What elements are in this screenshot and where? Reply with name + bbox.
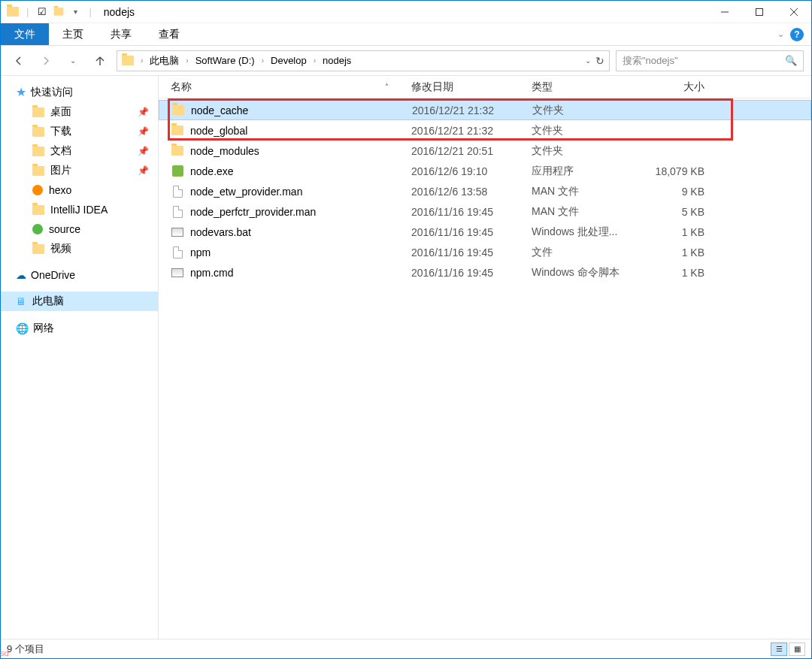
- file-name: npm: [190, 246, 411, 258]
- chevron-right-icon: ›: [311, 56, 318, 65]
- sidebar-item-label: hexo: [49, 184, 71, 196]
- breadcrumb-1[interactable]: SoftWare (D:): [195, 55, 255, 66]
- chevron-right-icon: ›: [138, 56, 145, 65]
- column-name-label: 名称: [171, 80, 192, 94]
- file-name: node_cache: [191, 104, 412, 116]
- file-icon: [173, 206, 183, 218]
- sidebar-item[interactable]: 下载📌: [1, 122, 158, 141]
- column-size[interactable]: 大小: [644, 80, 720, 94]
- close-button[interactable]: [777, 1, 811, 23]
- sidebar-network[interactable]: 🌐 网络: [1, 319, 158, 338]
- column-headers: 名称 ˄ 修改日期 类型 大小: [159, 76, 811, 98]
- sidebar-thispc[interactable]: 🖥 此电脑: [1, 292, 158, 311]
- sidebar-item[interactable]: hexo: [1, 180, 158, 200]
- ribbon-tab-home[interactable]: 主页: [49, 23, 97, 45]
- titlebar-sep: |: [23, 6, 32, 17]
- breadcrumb-0[interactable]: 此电脑: [150, 54, 179, 68]
- file-size: 1 KB: [644, 246, 720, 258]
- search-icon[interactable]: 🔍: [785, 55, 797, 66]
- sidebar-item[interactable]: 桌面📌: [1, 102, 158, 122]
- ribbon-tab-share[interactable]: 共享: [97, 23, 145, 45]
- sidebar-item-label: 文档: [50, 144, 71, 158]
- exe-icon: [172, 165, 183, 177]
- window-controls: [707, 1, 811, 23]
- hexo-icon: [32, 185, 43, 195]
- maximize-icon: [756, 8, 763, 16]
- file-date: 2016/12/21 20:51: [411, 145, 532, 157]
- sidebar-item-label: IntelliJ IDEA: [50, 204, 108, 216]
- file-name: node.exe: [190, 165, 411, 177]
- recent-dropdown[interactable]: ⌄: [62, 50, 83, 71]
- file-row[interactable]: node_etw_provider.man2016/12/6 13:58MAN …: [159, 181, 811, 201]
- file-date: 2016/12/21 21:32: [412, 104, 532, 116]
- checkbox-icon[interactable]: ☑: [36, 6, 48, 18]
- sidebar-onedrive[interactable]: ☁ OneDrive: [1, 266, 158, 284]
- file-type: MAN 文件: [532, 205, 644, 219]
- column-date[interactable]: 修改日期: [411, 80, 532, 94]
- file-row[interactable]: node_modules2016/12/21 20:51文件夹: [159, 141, 811, 161]
- sidebar-quick-access[interactable]: ★ 快速访问: [1, 82, 158, 102]
- folder-icon: [7, 6, 19, 18]
- file-icon: [173, 246, 183, 258]
- help-icon[interactable]: ?: [790, 28, 804, 41]
- chevron-right-icon: ›: [183, 56, 190, 65]
- arrow-left-icon: [13, 55, 25, 67]
- file-size: 9 KB: [644, 186, 720, 198]
- file-date: 2016/11/16 19:45: [411, 226, 532, 238]
- refresh-icon[interactable]: ↻: [595, 55, 604, 67]
- sidebar-item[interactable]: 图片📌: [1, 161, 158, 180]
- file-type: 文件夹: [532, 144, 644, 158]
- ribbon-tab-view[interactable]: 查看: [145, 23, 193, 45]
- address-row: ⌄ › 此电脑 › SoftWare (D:) › Develop › node…: [1, 46, 811, 76]
- file-list[interactable]: node_cache2016/12/21 21:32文件夹node_global…: [159, 98, 811, 639]
- file-row[interactable]: node.exe2016/12/6 19:10应用程序18,079 KB: [159, 161, 811, 181]
- sidebar-network-label: 网络: [33, 322, 54, 335]
- breadcrumb-2[interactable]: Develop: [271, 55, 307, 66]
- file-row[interactable]: node_perfctr_provider.man2016/11/16 19:4…: [159, 201, 811, 222]
- file-row[interactable]: node_global2016/12/21 21:32文件夹: [159, 120, 811, 141]
- file-row[interactable]: npm.cmd2016/11/16 19:45Windows 命令脚本1 KB: [159, 262, 811, 283]
- file-date: 2016/11/16 19:45: [411, 206, 532, 218]
- sidebar-item[interactable]: 文档📌: [1, 141, 158, 161]
- breadcrumb-3[interactable]: nodejs: [323, 55, 351, 66]
- view-icons-button[interactable]: ▦: [789, 642, 805, 656]
- dropdown-icon[interactable]: ▾: [69, 6, 81, 18]
- file-date: 2016/11/16 19:45: [411, 246, 532, 258]
- up-button[interactable]: [89, 50, 111, 71]
- file-size: 18,079 KB: [644, 165, 720, 177]
- file-name: npm.cmd: [190, 267, 411, 279]
- body: ★ 快速访问 桌面📌下载📌文档📌图片📌hexoIntelliJ IDEAsour…: [1, 76, 811, 639]
- network-icon: 🌐: [16, 322, 29, 334]
- chevron-right-icon: ›: [259, 56, 266, 65]
- file-row[interactable]: npm2016/11/16 19:45文件1 KB: [159, 242, 811, 262]
- svg-rect-1: [756, 8, 763, 15]
- pin-icon: 📌: [138, 146, 149, 156]
- pin-icon: 📌: [138, 165, 149, 176]
- chevron-down-icon[interactable]: ⌄: [585, 56, 591, 65]
- minimize-button[interactable]: [707, 1, 742, 23]
- sidebar-item[interactable]: 视频: [1, 239, 158, 258]
- ribbon-tab-file[interactable]: 文件: [1, 23, 49, 45]
- sidebar-item[interactable]: source: [1, 219, 158, 239]
- view-details-button[interactable]: ☰: [771, 642, 787, 656]
- file-date: 2016/12/6 19:10: [411, 165, 532, 177]
- back-button[interactable]: [8, 50, 29, 71]
- search-input[interactable]: 搜索"nodejs" 🔍: [616, 50, 804, 71]
- folder-icon: [171, 146, 183, 156]
- file-date: 2016/12/6 13:58: [411, 186, 532, 198]
- file-size: 5 KB: [644, 206, 720, 218]
- file-row[interactable]: nodevars.bat2016/11/16 19:45Windows 批处理.…: [159, 222, 811, 242]
- source-icon: [32, 224, 43, 234]
- column-name[interactable]: 名称 ˄: [171, 80, 411, 94]
- maximize-button[interactable]: [742, 1, 777, 23]
- file-icon: [173, 186, 183, 198]
- forward-button[interactable]: [35, 50, 56, 71]
- folder-icon: [32, 166, 44, 176]
- sidebar-item[interactable]: IntelliJ IDEA: [1, 200, 158, 219]
- column-type[interactable]: 类型: [532, 80, 644, 94]
- file-date: 2016/11/16 19:45: [411, 267, 532, 279]
- file-row[interactable]: node_cache2016/12/21 21:32文件夹: [159, 100, 811, 120]
- file-name: node_global: [190, 125, 411, 137]
- chevron-down-icon[interactable]: ⌄: [777, 29, 784, 39]
- address-bar[interactable]: › 此电脑 › SoftWare (D:) › Develop › nodejs…: [117, 50, 610, 71]
